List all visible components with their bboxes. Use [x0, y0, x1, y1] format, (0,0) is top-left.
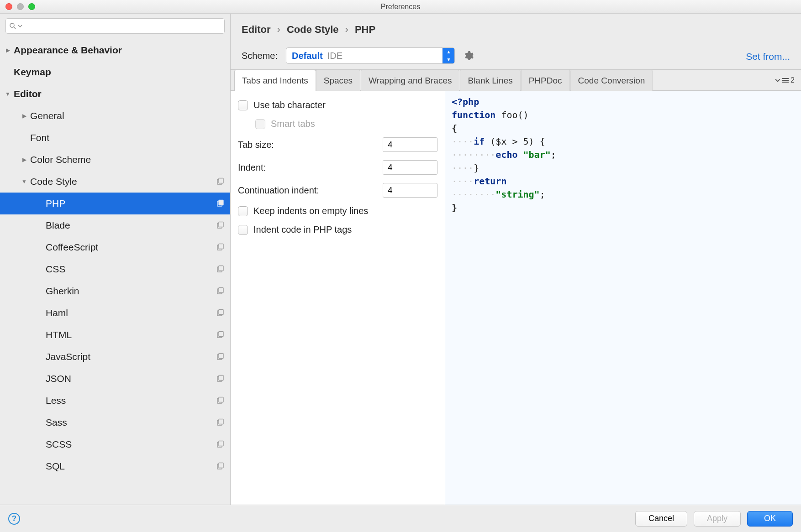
tab-row: Tabs and IndentsSpacesWrapping and Brace…: [231, 70, 801, 91]
content: ▶Appearance & BehaviorKeymap▼Editor▶Gene…: [0, 14, 801, 505]
minimize-window-icon[interactable]: [17, 3, 24, 10]
svg-rect-3: [219, 178, 223, 183]
svg-rect-11: [219, 266, 223, 271]
project-scheme-icon: [216, 177, 225, 186]
ok-button[interactable]: OK: [747, 511, 793, 527]
apply-button[interactable]: Apply: [694, 511, 741, 527]
gear-icon[interactable]: [463, 50, 474, 61]
scheme-suffix: IDE: [327, 51, 343, 61]
sidebar-item-keymap[interactable]: Keymap: [0, 61, 230, 83]
sidebar-item-gherkin[interactable]: Gherkin: [0, 280, 230, 302]
project-scheme-icon: [216, 462, 225, 470]
cancel-button[interactable]: Cancel: [635, 511, 687, 527]
indent-php-tags-row[interactable]: Indent code in PHP tags: [238, 224, 437, 235]
sidebar-item-json[interactable]: JSON: [0, 368, 230, 390]
smart-tabs-label: Smart tabs: [271, 119, 315, 129]
search-box[interactable]: [5, 18, 225, 34]
continuation-indent-input[interactable]: [383, 183, 437, 198]
tab-tabs-and-indents[interactable]: Tabs and Indents: [234, 70, 316, 91]
sidebar-item-label: PHP: [46, 198, 216, 209]
keep-indents-row[interactable]: Keep indents on empty lines: [238, 206, 437, 216]
keep-indents-label: Keep indents on empty lines: [253, 206, 368, 216]
continuation-indent-label: Continuation indent:: [238, 185, 374, 196]
sidebar-item-sass[interactable]: Sass: [0, 412, 230, 433]
help-icon[interactable]: ?: [8, 513, 20, 525]
project-scheme-icon: [216, 396, 225, 405]
dropdown-chevron-icon[interactable]: [18, 24, 22, 28]
sidebar-item-sql[interactable]: SQL: [0, 455, 230, 477]
sidebar-item-code-style[interactable]: ▼Code Style: [0, 171, 230, 193]
sidebar-item-label: Gherkin: [46, 286, 216, 297]
sidebar-item-color-scheme[interactable]: ▶Color Scheme: [0, 149, 230, 171]
svg-line-1: [14, 27, 16, 29]
footer: ? Cancel Apply OK: [0, 505, 801, 532]
keep-indents-checkbox[interactable]: [238, 206, 248, 216]
svg-rect-29: [219, 463, 223, 468]
overflow-indicator[interactable]: 2: [775, 70, 801, 90]
close-window-icon[interactable]: [5, 3, 12, 10]
split-pane: Use tab character Smart tabs Tab size: I…: [231, 91, 801, 505]
chevron-right-icon[interactable]: ▶: [2, 47, 14, 53]
chevron-down-icon[interactable]: ▼: [2, 91, 14, 97]
tab-blank-lines[interactable]: Blank Lines: [460, 70, 520, 91]
titlebar: Preferences: [0, 0, 801, 14]
sidebar-item-label: CSS: [46, 264, 216, 275]
tab-size-input[interactable]: [383, 137, 437, 152]
project-scheme-icon: [216, 309, 225, 317]
sidebar-item-php[interactable]: PHP: [0, 193, 230, 214]
scheme-select[interactable]: Default IDE ▲▼: [286, 47, 455, 64]
sidebar-item-general[interactable]: ▶General: [0, 105, 230, 127]
indent-php-tags-label: Indent code in PHP tags: [253, 224, 352, 235]
svg-rect-19: [219, 354, 223, 359]
sidebar-item-blade[interactable]: Blade: [0, 214, 230, 236]
svg-rect-25: [219, 419, 223, 424]
sidebar-item-label: Editor: [14, 89, 230, 99]
chevron-right-icon: ›: [345, 24, 348, 36]
chevron-down-icon[interactable]: ▼: [18, 178, 30, 185]
chevron-right-icon[interactable]: ▶: [18, 113, 30, 119]
scheme-value: Default: [292, 51, 323, 61]
breadcrumb-php: PHP: [355, 24, 375, 36]
tab-wrapping-and-braces[interactable]: Wrapping and Braces: [361, 70, 459, 91]
breadcrumb-code-style[interactable]: Code Style: [287, 24, 339, 36]
chevron-right-icon[interactable]: ▶: [18, 156, 30, 163]
tab-spaces[interactable]: Spaces: [316, 70, 360, 91]
sidebar-item-label: HTML: [46, 329, 216, 340]
smart-tabs-row: Smart tabs: [238, 119, 437, 129]
svg-rect-31: [782, 80, 789, 81]
sidebar-item-editor[interactable]: ▼Editor: [0, 83, 230, 105]
breadcrumb-editor[interactable]: Editor: [242, 24, 271, 36]
sidebar-item-scss[interactable]: SCSS: [0, 433, 230, 455]
select-stepper-icon[interactable]: ▲▼: [443, 48, 454, 63]
search-input[interactable]: [23, 22, 221, 30]
project-scheme-icon: [216, 265, 225, 273]
svg-point-0: [10, 23, 14, 27]
tab-phpdoc[interactable]: PHPDoc: [521, 70, 570, 91]
project-scheme-icon: [216, 375, 225, 383]
sidebar-item-label: Font: [30, 132, 230, 143]
svg-rect-5: [219, 200, 223, 205]
svg-rect-7: [219, 222, 223, 227]
sidebar-item-coffeescript[interactable]: CoffeeScript: [0, 236, 230, 258]
svg-rect-17: [219, 332, 223, 337]
sidebar-item-haml[interactable]: Haml: [0, 302, 230, 324]
svg-rect-30: [782, 78, 789, 79]
sidebar-item-appearance-behavior[interactable]: ▶Appearance & Behavior: [0, 39, 230, 61]
sidebar-item-label: SQL: [46, 461, 216, 472]
sidebar-item-css[interactable]: CSS: [0, 258, 230, 280]
tab-size-row: Tab size:: [238, 137, 437, 152]
sidebar-item-javascript[interactable]: JavaScript: [0, 346, 230, 368]
sidebar-item-html[interactable]: HTML: [0, 324, 230, 346]
use-tab-character-row[interactable]: Use tab character: [238, 100, 437, 110]
maximize-window-icon[interactable]: [28, 3, 35, 10]
indent-php-tags-checkbox[interactable]: [238, 225, 248, 235]
sidebar-item-label: CoffeeScript: [46, 242, 216, 253]
tab-code-conversion[interactable]: Code Conversion: [570, 70, 653, 91]
use-tab-checkbox[interactable]: [238, 100, 248, 110]
continuation-indent-row: Continuation indent:: [238, 183, 437, 198]
indent-input[interactable]: [383, 160, 437, 175]
indent-row: Indent:: [238, 160, 437, 175]
sidebar-item-font[interactable]: Font: [0, 127, 230, 149]
sidebar-item-less[interactable]: Less: [0, 390, 230, 412]
set-from-link[interactable]: Set from...: [746, 51, 790, 62]
